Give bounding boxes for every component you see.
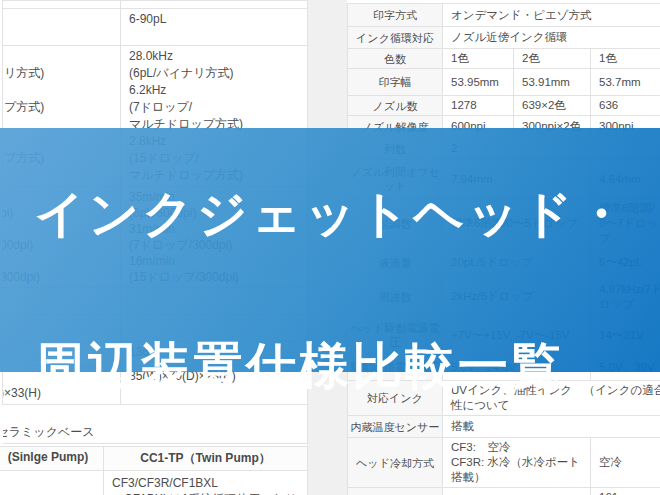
spec-row-ink-circulation: インク循環対応 ノズル近傍インク循環	[348, 27, 660, 49]
spec-label: ヘッド冷却方式	[348, 438, 443, 488]
spec-value: CF3: 255g CF3R: 285g	[443, 488, 591, 495]
spec-label: ノズル数	[348, 96, 443, 116]
spec-value: 6-90pL	[121, 9, 308, 46]
spec-value: 1色	[591, 49, 660, 69]
spec-value: 53.95mm	[443, 69, 514, 96]
spec-value: 639×2色	[514, 96, 591, 116]
spec-row-weight: 重量 CF3: 255g CF3R: 285g 161g （ポジショニン	[348, 488, 660, 495]
spec-value: 161g （ポジショニン	[591, 488, 660, 495]
pump-cell-models: CF3/CF3R/CF1BXL （CF1BXLは1系統循環使用となります）	[104, 471, 308, 495]
spec-label-fragment	[3, 9, 121, 46]
spec-value: 2色	[514, 49, 591, 69]
table-row: 6-90pL	[3, 9, 308, 46]
table-row	[3, 1, 308, 9]
spec-value: 1色	[443, 49, 514, 69]
spec-value-span-text: セラミックベース	[3, 424, 95, 441]
spec-label: 重量	[348, 488, 443, 495]
table-row: L CF3/CF3R/CF1BXL （CF1BXLは1系統循環使用となります）	[0, 471, 308, 495]
spec-value-span: セラミックベース	[3, 405, 308, 444]
spec-value: 636	[591, 96, 660, 116]
spec-label-fragment	[3, 1, 121, 9]
table-row: セラミックベース	[3, 405, 308, 444]
spec-label: 印字方式	[348, 4, 443, 27]
spec-label: インク循環対応	[348, 27, 443, 49]
spec-value: 空冷	[591, 438, 660, 488]
spec-value: CF3: 空冷 CF3R: 水冷（水冷ポート搭載）	[443, 438, 591, 488]
spec-row-cooling: ヘッド冷却方式 CF3: 空冷 CF3R: 水冷（水冷ポート搭載） 空冷	[348, 438, 660, 488]
spec-row-print-width: 印字幅 53.95mm 53.91mm 53.7mm	[348, 69, 660, 96]
banner-title: インクジェットヘッド・ 周辺装置仕様比較一覧	[0, 128, 660, 404]
pump-comparison-table: (Sinlge Pump) CC1-TP（Twin Pump） L CF3/CF…	[0, 446, 308, 495]
pump-cell-fragment: L	[0, 471, 104, 495]
spec-label: 内蔵温度センサー	[348, 416, 443, 438]
spec-value: 53.7mm	[591, 69, 660, 96]
spec-label: 印字幅	[348, 69, 443, 96]
spec-value: 1278	[443, 96, 514, 116]
spec-row-colors: 色数 1色 2色 1色	[348, 49, 660, 69]
spec-value	[121, 1, 308, 9]
spec-row-nozzle-count: ノズル数 1278 639×2色 636	[348, 96, 660, 116]
spec-value: ノズル近傍インク循環	[443, 27, 660, 49]
spec-value: オンデマンド・ピエゾ方式	[443, 4, 660, 27]
spec-row-temp-sensor: 内蔵温度センサー 搭載	[348, 416, 660, 438]
spec-value: 53.91mm	[514, 69, 591, 96]
banner-overlay: インクジェットヘッド・ 周辺装置仕様比較一覧	[0, 128, 660, 372]
table-row: (Sinlge Pump) CC1-TP（Twin Pump）	[0, 447, 308, 471]
spec-row-print-method: 印字方式 オンデマンド・ピエゾ方式	[348, 4, 660, 27]
spec-label: 色数	[348, 49, 443, 69]
spec-value: 搭載	[443, 416, 660, 438]
pump-column-header-twin: CC1-TP（Twin Pump）	[104, 447, 308, 471]
banner-title-line2: 周辺装置仕様比較一覧	[34, 338, 564, 394]
pump-column-header-single: (Sinlge Pump)	[0, 447, 104, 471]
banner-title-line1: インクジェットヘッド・	[34, 186, 629, 242]
page-root: { "overlay": { "title_line1": "インクジェットヘッ…	[0, 0, 660, 495]
